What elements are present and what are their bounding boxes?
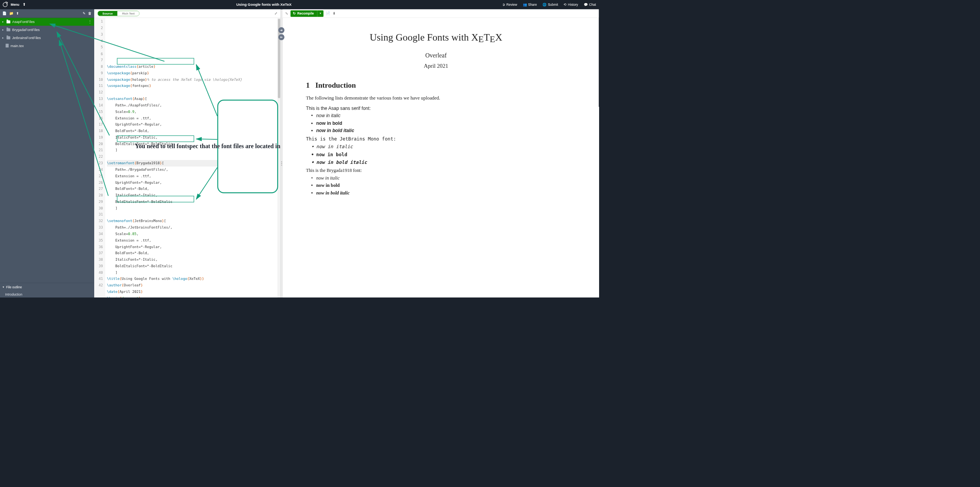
collapse-preview-icon[interactable]: ⤡ (285, 11, 288, 15)
main: 📄 📁 ⬆ ✎ 🗑 ▸AsapFontFiles⋮▸BrygadaFontFil… (0, 9, 599, 297)
item-label: main.tex (10, 44, 24, 47)
code-line[interactable]: \begin{document} (107, 295, 281, 297)
submit-icon: 🌐 (542, 3, 546, 7)
caret-right-icon: ▸ (2, 20, 5, 23)
file-list: ▸AsapFontFiles⋮▸BrygadaFontFiles▸Jetbrai… (0, 18, 94, 283)
recompile-icon: ↻ (293, 11, 296, 15)
file-tree-panel: 📄 📁 ⬆ ✎ 🗑 ▸AsapFontFiles⋮▸BrygadaFontFil… (0, 9, 94, 297)
list-item: now in bold (316, 121, 566, 126)
list-item: now in bold italic (316, 128, 566, 133)
chat-button[interactable]: 💬Chat (584, 3, 596, 7)
annotation-callout: You need to tell fontspec that the font … (217, 100, 278, 193)
rename-icon[interactable]: ✎ (83, 11, 86, 16)
code-line[interactable]: \author{Overleaf} (107, 282, 281, 289)
code-line[interactable]: BoldItalicFont=*-BoldItalic (107, 199, 281, 205)
history-icon: ⟲ (564, 3, 566, 7)
delete-icon[interactable]: 🗑 (88, 11, 91, 15)
code-line[interactable]: \usepackage{hologo}% to access the XeTeX… (107, 76, 281, 83)
overleaf-logo-icon[interactable] (3, 2, 7, 7)
list-item: now in bold italic (316, 159, 566, 165)
font-block-lead: This is the Asap sans serif font: (306, 106, 566, 111)
folder-item[interactable]: ▸JetbrainsFontFiles (0, 34, 94, 42)
code-line[interactable] (107, 211, 281, 218)
submit-button[interactable]: 🌐Submit (542, 3, 558, 7)
editor-mode-toggle: Source Rich Text (98, 11, 140, 16)
chevron-down-icon: ▾ (3, 286, 4, 289)
chat-icon: 💬 (584, 3, 588, 7)
folder-icon (7, 28, 10, 31)
editor-panel: Source Rich Text ⤢ 123456789101112131415… (94, 9, 281, 297)
more-icon[interactable]: ⋮ (88, 20, 92, 24)
code-line[interactable]: \date{April 2021} (107, 289, 281, 295)
code-line[interactable]: \setmonofont{JetBrainsMono}[ (107, 218, 281, 224)
file-icon (6, 44, 9, 47)
caret-right-icon: ▸ (2, 36, 5, 39)
code-line[interactable]: UprightFont=*-Regular, (107, 244, 281, 250)
code-line[interactable]: Extension = .ttf, (107, 237, 281, 244)
list-item: now in bold (316, 183, 566, 188)
item-label: BrygadaFontFiles (12, 28, 40, 31)
expand-editor-icon[interactable]: ⤢ (274, 11, 277, 15)
item-label: AsapFontFiles (12, 20, 35, 24)
list-item: now in italic (316, 113, 566, 118)
code-line[interactable]: ] (107, 270, 281, 276)
folder-item[interactable]: ▸BrygadaFontFiles (0, 26, 94, 34)
new-folder-icon[interactable]: 📁 (9, 11, 14, 16)
item-label: JetbrainsFontFiles (12, 36, 41, 39)
folder-icon (7, 36, 10, 39)
editor-gutter: 1234567891011121314151617181920212223242… (94, 18, 105, 297)
editor-code[interactable]: You need to tell fontspec that the font … (105, 18, 281, 297)
intro-para: The following lists demonstrate the vari… (306, 95, 566, 101)
source-mode-button[interactable]: Source (98, 11, 117, 16)
logs-icon[interactable]: 📄 (326, 11, 330, 16)
font-block-lead: This is the Brygada1918 font: (306, 168, 566, 173)
share-icon: 👥 (523, 3, 527, 7)
code-line[interactable]: \documentclass{article} (107, 64, 281, 70)
list-item: now in italic (316, 144, 566, 150)
folder-item[interactable]: ▸AsapFontFiles⋮ (0, 18, 94, 26)
code-line[interactable]: \usepackage{fontspec} (107, 83, 281, 89)
list-item: now in bold italic (316, 190, 566, 196)
preview-toolbar: ⤡ ↻Recompile ▼ 📄 ⬇ (283, 9, 599, 18)
code-line[interactable]: Path=./JetbrainsFontFiles/, (107, 224, 281, 231)
doc-title: Using Google Fonts with XETEX (306, 32, 566, 43)
code-line[interactable]: Scale=0.85, (107, 231, 281, 237)
font-block-lead: This is the JetBrains Mono font: (306, 136, 566, 142)
review-icon: ➲ (502, 3, 505, 7)
code-line[interactable]: BoldFont=*-Bold, (107, 250, 281, 257)
code-line[interactable]: \usepackage{parskip} (107, 70, 281, 77)
doc-author: Overleaf (306, 52, 566, 59)
code-line[interactable]: BoldItalicFont=*-BoldItalic (107, 263, 281, 270)
file-outline-header[interactable]: ▾ File outline (0, 283, 94, 291)
menu-button[interactable]: Menu (11, 3, 19, 7)
share-button[interactable]: 👥Share (523, 3, 537, 7)
preview-panel: ⤡ ↻Recompile ▼ 📄 ⬇ Using Google Fonts wi… (283, 9, 599, 297)
file-tree-toolbar: 📄 📁 ⬆ ✎ 🗑 (0, 9, 94, 18)
pdf-preview[interactable]: Using Google Fonts with XETEX Overleaf A… (283, 18, 599, 297)
outline-item[interactable]: Introduction (0, 291, 94, 297)
code-line[interactable]: ItalicFont=*-Italic, (107, 257, 281, 263)
editor-toolbar: Source Rich Text ⤢ (94, 9, 281, 18)
folder-icon (7, 20, 10, 23)
upload-icon[interactable]: ⬆ (23, 2, 26, 7)
project-title: Using Google fonts with XeTeX (26, 2, 502, 7)
recompile-button[interactable]: ↻Recompile ▼ (291, 10, 323, 17)
file-item[interactable]: main.tex (0, 42, 94, 50)
new-file-icon[interactable]: 📄 (2, 11, 7, 16)
file-outline: ▾ File outline Introduction (0, 283, 94, 297)
upload-file-icon[interactable]: ⬆ (16, 11, 19, 16)
code-line[interactable]: ] (107, 205, 281, 212)
richtext-mode-button[interactable]: Rich Text (118, 11, 139, 16)
list-item: now in bold (316, 152, 566, 157)
topbar: Menu ⬆ Using Google fonts with XeTeX ➲Re… (0, 0, 599, 9)
code-editor[interactable]: 1234567891011121314151617181920212223242… (94, 18, 281, 297)
download-pdf-icon[interactable]: ⬇ (333, 11, 336, 16)
recompile-dropdown[interactable]: ▼ (317, 10, 323, 17)
code-line[interactable] (107, 89, 281, 96)
section-heading: 1 Introduction (306, 81, 566, 90)
history-button[interactable]: ⟲History (564, 3, 578, 7)
review-button[interactable]: ➲Review (502, 3, 517, 7)
code-line[interactable]: \title{Using Google Fonts with \hologo{X… (107, 276, 281, 282)
list-item: now in italic (316, 175, 566, 181)
caret-right-icon: ▸ (2, 28, 5, 31)
